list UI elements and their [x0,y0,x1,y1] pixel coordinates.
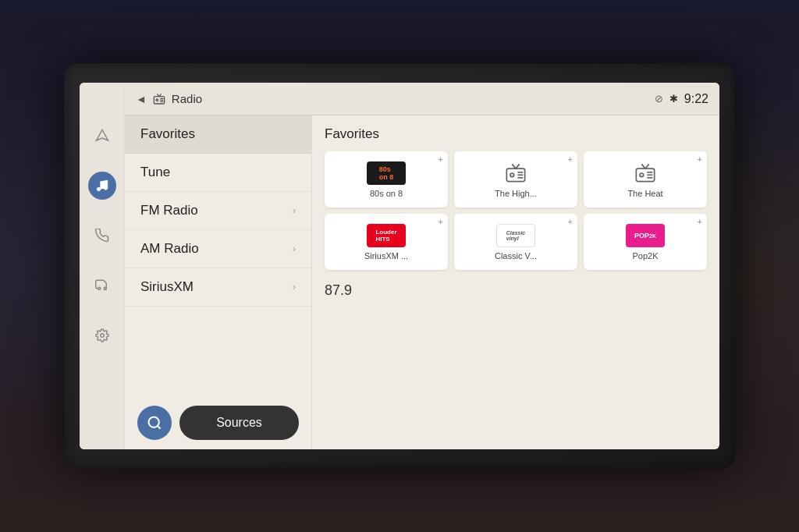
topbar-right: ⊘ ✱ 9:22 [655,92,708,106]
content-row: Favorites Tune FM Radio › AM Radio › Sir [125,115,719,449]
menu-item-siriusxm[interactable]: SiriusXM › [125,268,311,307]
add-icon[interactable]: + [698,154,702,164]
favorites-heading: Favorites [325,126,707,142]
menu-panel: Favorites Tune FM Radio › AM Radio › Sir [125,115,312,449]
infotainment-screen: ◄ Radio ⊘ ✱ 9:22 [80,83,719,449]
favorite-card-pop2k[interactable]: + POP2K Pop2K [584,214,707,270]
favorite-card-the-high[interactable]: + The Hi [454,151,577,207]
station-label: SiriusXM ... [364,251,408,261]
station-logo-classic-vinyl: Classicvinyl [496,223,535,248]
add-icon[interactable]: + [568,217,573,226]
bluetooth-icon: ✱ [669,93,678,105]
top-bar: ◄ Radio ⊘ ✱ 9:22 [125,83,719,115]
car-bezel: ◄ Radio ⊘ ✱ 9:22 [64,63,735,469]
chevron-icon: › [293,282,296,293]
svg-point-5 [100,334,104,338]
station-label: Pop2K [632,251,658,261]
radio-station-icon [634,162,657,184]
chevron-icon: › [293,243,296,254]
sidebar-icon-settings[interactable] [88,321,116,349]
favorite-card-siriusxm[interactable]: + LouderHITS SiriusXM ... [325,214,448,270]
station-logo-the-heat [626,161,665,186]
svg-point-14 [510,173,514,177]
favorite-card-classic-vinyl[interactable]: + Classicvinyl Classic V... [454,214,577,270]
sidebar [80,83,125,449]
svg-point-7 [156,99,158,101]
menu-item-favorites[interactable]: Favorites [125,115,311,154]
wifi-off-icon: ⊘ [655,93,663,105]
chevron-icon: › [293,205,296,216]
sidebar-icon-navigation[interactable] [88,122,116,150]
main-content: ◄ Radio ⊘ ✱ 9:22 [125,83,719,449]
svg-point-2 [104,186,108,190]
add-icon[interactable]: + [568,154,573,164]
station-logo-the-high [496,161,535,186]
add-icon[interactable]: + [439,154,443,164]
favorite-card-80s-on-8[interactable]: + 80son 8 80s on 8 [325,151,448,207]
menu-bottom-actions: Sources [125,396,311,449]
sidebar-icon-music[interactable] [88,172,116,200]
search-button[interactable] [137,406,172,440]
station-label: 80s on 8 [370,189,403,198]
station-logo-siriusxm: LouderHITS [367,223,406,248]
station-label: The High... [495,189,537,198]
back-arrow-icon[interactable]: ◄ [136,93,147,105]
sidebar-icon-car[interactable] [88,271,116,300]
svg-marker-0 [96,130,108,141]
favorites-grid: + 80son 8 80s on 8 + [325,151,707,270]
station-label: Classic V... [495,251,537,261]
favorite-card-the-heat[interactable]: + The He [584,151,707,207]
svg-point-19 [640,173,644,177]
add-icon[interactable]: + [439,217,443,226]
menu-item-tune[interactable]: Tune [125,154,311,192]
sidebar-icon-phone[interactable] [88,222,116,250]
screen-title: Radio [172,92,202,105]
add-icon[interactable]: + [698,217,702,226]
station-label: The Heat [627,189,662,198]
menu-item-am-radio[interactable]: AM Radio › [125,230,311,268]
favorites-panel: Favorites + 80son 8 80s on 8 + [312,115,719,449]
sources-button[interactable]: Sources [179,406,299,440]
station-logo-pop2k: POP2K [626,223,665,248]
topbar-left: ◄ Radio [136,92,202,105]
svg-point-4 [104,287,106,289]
radio-station-icon [504,162,527,184]
station-logo-80s: 80son 8 [367,161,406,186]
svg-point-1 [97,187,101,191]
radio-icon [153,93,165,105]
current-frequency: 87.9 [325,282,707,299]
svg-line-12 [158,426,161,429]
svg-point-11 [149,417,159,427]
clock: 9:22 [684,92,708,106]
svg-point-3 [98,287,100,289]
menu-item-fm-radio[interactable]: FM Radio › [125,192,311,230]
